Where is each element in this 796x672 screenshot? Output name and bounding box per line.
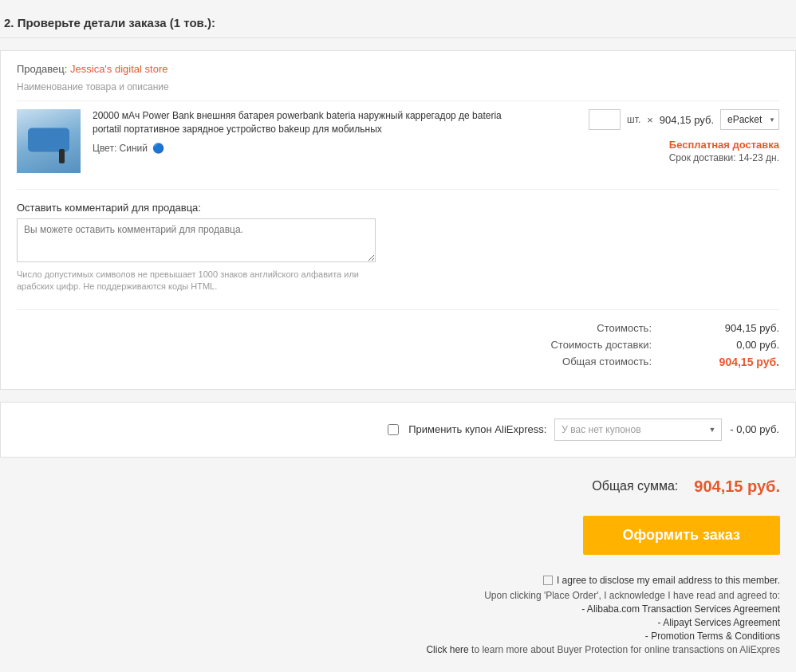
total-label: Общая сумма:	[592, 479, 678, 493]
product-qty-price: 1 шт. × 904,15 руб. ePacket	[589, 109, 779, 130]
comment-textarea[interactable]	[17, 218, 376, 262]
shipping-cost-label: Стоимость доставки:	[532, 339, 652, 351]
alibaba-link-row: - Alibaba.com Transaction Services Agree…	[16, 603, 780, 615]
total-cost-value: 904,15 руб.	[699, 356, 779, 368]
coupon-dropdown-wrapper: У вас нет купонов	[554, 419, 722, 441]
upon-text: Upon clicking 'Place Order', I acknowled…	[484, 590, 780, 601]
buyer-protection-row: Click here to learn more about Buyer Pro…	[16, 644, 780, 655]
comment-section: Оставить комментарий для продавца: Число…	[17, 189, 779, 297]
place-order-button[interactable]: Оформить заказ	[583, 516, 780, 555]
promotion-link-row: - Promotion Terms & Conditions	[16, 631, 780, 642]
alibaba-link[interactable]: - Alibaba.com Transaction Services Agree…	[581, 603, 780, 615]
alipay-link[interactable]: - Alipayt Services Agreement	[658, 617, 780, 628]
product-name: 20000 мАч Power Bank внешняя батарея pow…	[93, 109, 508, 136]
column-header: Наименование товара и описание	[17, 81, 779, 92]
times-symbol: ×	[647, 114, 653, 126]
alipay-link-row: - Alipayt Services Agreement	[16, 617, 780, 628]
delivery-time-value: 14-23 дн.	[739, 152, 779, 163]
total-value: 904,15 руб.	[694, 477, 780, 496]
agree-text: I agree to disclose my email address to …	[557, 575, 780, 586]
coupon-checkbox[interactable]	[388, 424, 399, 435]
cost-row-price: Стоимость: 904,15 руб.	[17, 322, 779, 334]
promotion-link[interactable]: - Promotion Terms & Conditions	[645, 631, 780, 642]
coupon-select[interactable]: У вас нет купонов	[554, 419, 722, 441]
cost-value: 904,15 руб.	[699, 322, 779, 334]
shipping-dropdown-wrapper: ePacket	[720, 109, 779, 130]
coupon-label: Применить купон AliExpress:	[408, 423, 546, 435]
order-card: Продавец: Jessica's digital store Наимен…	[0, 50, 796, 390]
product-main: 20000 мАч Power Bank внешняя батарея pow…	[17, 109, 508, 173]
unit-price: 904,15 руб.	[660, 114, 714, 126]
agree-row: I agree to disclose my email address to …	[16, 575, 780, 586]
comment-label: Оставить комментарий для продавца:	[17, 202, 779, 214]
coupon-section: Применить купон AliExpress: У вас нет ку…	[0, 402, 796, 458]
delivery-time: Срок доставки: 14-23 дн.	[669, 152, 779, 163]
seller-row: Продавец: Jessica's digital store	[17, 63, 779, 75]
place-order-section: Оформить заказ	[0, 516, 796, 567]
agree-checkbox[interactable]	[543, 576, 553, 585]
total-section: Общая сумма: 904,15 руб.	[0, 470, 796, 504]
divider-top	[0, 37, 796, 38]
coupon-discount: - 0,00 руб.	[730, 423, 779, 435]
buyer-protection-text: to learn more about Buyer Protection for…	[471, 644, 780, 655]
product-info: 20000 мАч Power Bank внешняя батарея pow…	[93, 109, 508, 154]
total-cost-label: Общая стоимость:	[532, 356, 652, 368]
seller-label: Продавец:	[17, 63, 67, 75]
section-title: 2. Проверьте детали заказа (1 тов.):	[0, 8, 796, 37]
click-here-link[interactable]: Click here	[426, 644, 468, 655]
qty-unit: шт.	[627, 114, 640, 125]
color-label: Цвет:	[93, 143, 116, 154]
color-value: Синий	[120, 143, 148, 154]
cost-row-total: Общая стоимость: 904,15 руб.	[17, 356, 779, 368]
free-shipping: Бесплатная доставка	[669, 139, 779, 151]
cost-row-shipping: Стоимость доставки: 0,00 руб.	[17, 339, 779, 351]
product-image	[17, 109, 81, 173]
shipping-cost-value: 0,00 руб.	[699, 339, 779, 351]
product-row-inner: 20000 мАч Power Bank внешняя батарея pow…	[17, 109, 779, 173]
seller-name: Jessica's digital store	[70, 63, 167, 75]
upon-text-row: Upon clicking 'Place Order', I acknowled…	[16, 590, 780, 601]
cost-label: Стоимость:	[532, 322, 652, 334]
product-color: Цвет: Синий 🔵	[93, 143, 508, 154]
color-swatch: 🔵	[152, 143, 164, 154]
shipping-select[interactable]: ePacket	[720, 109, 779, 130]
comment-hint: Число допустимых символов не превышает 1…	[17, 269, 376, 293]
delivery-label: Срок доставки:	[669, 152, 736, 163]
cost-section: Стоимость: 904,15 руб. Стоимость доставк…	[17, 309, 779, 368]
legal-section: I agree to disclose my email address to …	[0, 567, 796, 672]
product-row: 20000 мАч Power Bank внешняя батарея pow…	[17, 100, 779, 181]
product-right: 1 шт. × 904,15 руб. ePacket Бесплатная д…	[508, 109, 779, 163]
qty-input[interactable]: 1	[589, 109, 621, 130]
